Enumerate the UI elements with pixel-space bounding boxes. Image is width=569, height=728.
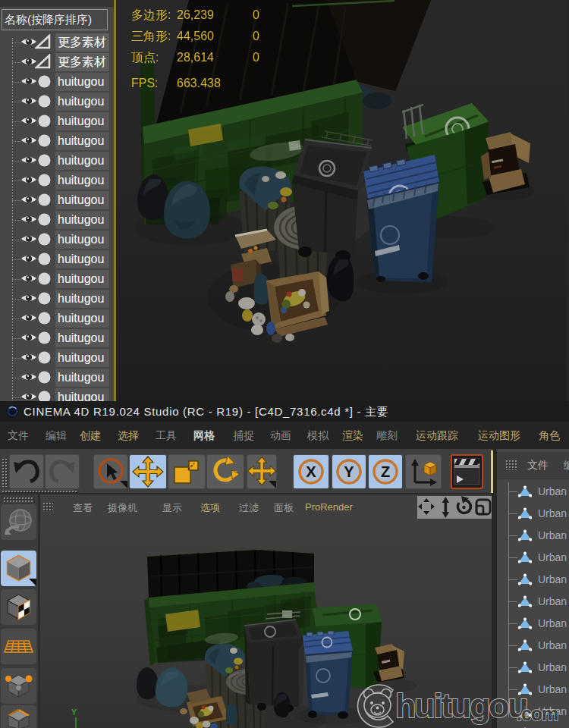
- svg-text:Z: Z: [381, 463, 390, 480]
- svg-text:huitugou: huitugou: [395, 686, 527, 725]
- svg-text:Y: Y: [344, 463, 354, 480]
- svg-text:X: X: [306, 463, 316, 480]
- svg-text:.com: .com: [517, 703, 558, 724]
